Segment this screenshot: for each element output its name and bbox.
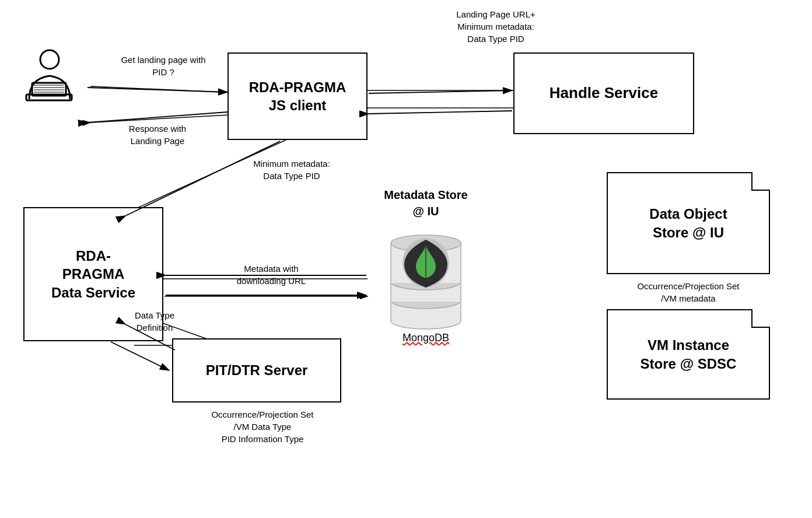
box-vm-instance-store-label: VM InstanceStore @ SDSC (640, 336, 737, 372)
box-data-object-store: Data ObjectStore @ IU (607, 172, 770, 274)
label-metadata-store: Metadata Store@ IU (362, 187, 490, 219)
box-pit-dtr: PIT/DTR Server (172, 338, 341, 402)
label-data-type-def: Data TypeDefinition (102, 309, 207, 334)
mongodb-label: MongoDB (402, 332, 449, 344)
svg-line-36 (88, 112, 228, 123)
svg-line-35 (88, 88, 228, 92)
user-icon (18, 47, 82, 111)
svg-point-11 (40, 50, 59, 69)
label-pit-dtr-info: Occurrence/Projection Set/VM Data TypePI… (181, 408, 344, 445)
svg-line-38 (369, 111, 512, 114)
architecture-diagram: Get landing page withPID ? Response with… (0, 0, 812, 518)
label-response-landing: Response withLanding Page (93, 123, 222, 147)
svg-line-42 (111, 342, 169, 370)
box-handle-service: Handle Service (513, 52, 694, 134)
box-handle-service-label: Handle Service (550, 83, 658, 103)
box-vm-instance-store: VM InstanceStore @ SDSC (607, 309, 770, 400)
box-rda-pragma-js-label: RDA-PRAGMAJS client (249, 78, 346, 114)
label-metadata-downloading: Metadata withdownloading URL (192, 262, 350, 287)
box-rda-pragma-js: RDA-PRAGMAJS client (228, 52, 368, 140)
label-get-landing: Get landing page withPID ? (99, 54, 228, 78)
label-landing-url: Landing Page URL+Minimum metadata:Data T… (426, 8, 566, 45)
box-rda-pragma-data-label: RDA-PRAGMAData Service (51, 247, 135, 302)
svg-line-37 (369, 90, 512, 93)
label-occurrence-vm: Occurrence/Projection Set/VM metadata (607, 280, 770, 304)
box-data-object-store-label: Data ObjectStore @ IU (649, 205, 727, 241)
mongodb-icon: MongoDB (379, 228, 473, 344)
label-min-metadata: Minimum metadata:Data Type PID (228, 158, 356, 182)
svg-line-3 (90, 114, 251, 123)
box-pit-dtr-label: PIT/DTR Server (206, 361, 308, 379)
svg-line-2 (90, 86, 250, 93)
